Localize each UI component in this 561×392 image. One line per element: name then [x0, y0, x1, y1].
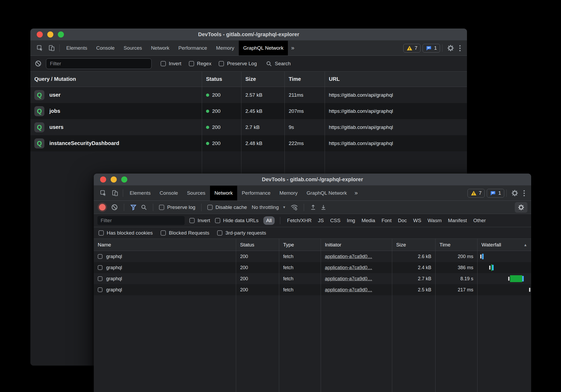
inspect-element-icon[interactable] [97, 186, 109, 200]
request-row[interactable]: Qusers 200 2.7 kB 9s https://gitlab.com/… [30, 119, 467, 135]
export-har-icon[interactable] [320, 204, 327, 211]
tab-graphql-network[interactable]: GraphQL Network [302, 186, 351, 200]
chip-wasm[interactable]: Wasm [428, 218, 442, 223]
tab-network[interactable]: Network [210, 186, 237, 200]
kebab-menu-icon[interactable] [457, 45, 463, 51]
column-header-size[interactable]: Size [392, 239, 436, 251]
column-header-waterfall[interactable]: Waterfall ▲ [478, 239, 531, 251]
kebab-menu-icon[interactable] [521, 190, 527, 196]
has-blocked-cookies-checkbox[interactable]: Has blocked cookies [99, 230, 153, 236]
request-row[interactable]: Qjobs 200 2.45 kB 207ms https://gitlab.c… [30, 103, 467, 119]
warnings-badge[interactable]: 7 [403, 44, 421, 53]
chip-doc[interactable]: Doc [398, 218, 407, 223]
column-header-time[interactable]: Time [436, 239, 478, 251]
checkbox[interactable] [161, 230, 166, 236]
tab-performance[interactable]: Performance [174, 41, 212, 55]
settings-gear-icon[interactable] [445, 44, 457, 52]
tab-network[interactable]: Network [147, 41, 174, 55]
chip-fetch-xhr[interactable]: Fetch/XHR [287, 218, 312, 223]
minimize-button[interactable] [47, 31, 53, 38]
column-header-url[interactable]: URL [325, 72, 467, 87]
minimize-button[interactable] [111, 176, 117, 183]
chip-img[interactable]: Img [347, 218, 355, 223]
tab-memory[interactable]: Memory [212, 41, 239, 55]
chip-css[interactable]: CSS [330, 218, 340, 223]
row-checkbox[interactable] [98, 265, 102, 270]
close-button[interactable] [37, 31, 43, 38]
warnings-badge[interactable]: 7 [467, 189, 485, 198]
tab-console[interactable]: Console [92, 41, 119, 55]
tab-sources[interactable]: Sources [183, 186, 210, 200]
chip-font[interactable]: Font [381, 218, 391, 223]
checkbox[interactable] [99, 230, 104, 236]
filter-funnel-icon[interactable] [130, 204, 137, 211]
tab-memory[interactable]: Memory [275, 186, 302, 200]
tab-elements[interactable]: Elements [125, 186, 155, 200]
checkbox[interactable] [189, 61, 194, 66]
network-settings-button[interactable] [515, 202, 527, 213]
checkbox[interactable] [219, 61, 224, 66]
invert-checkbox[interactable]: Invert [189, 218, 210, 223]
title-bar[interactable]: DevTools - gitlab.com/-/graphql-explorer [94, 174, 531, 186]
initiator-link[interactable]: application-a7ca9d0… [325, 276, 372, 282]
initiator-link[interactable]: application-a7ca9d0… [325, 265, 372, 270]
record-button[interactable] [99, 204, 106, 211]
settings-gear-icon[interactable] [509, 189, 521, 197]
request-row[interactable]: graphql 200 fetch application-a7ca9d0… 2… [94, 273, 531, 284]
throttling-dropdown[interactable]: No throttling ▼ [251, 204, 287, 210]
column-header-type[interactable]: Type [279, 239, 321, 251]
filter-input[interactable] [97, 216, 185, 225]
chip-ws[interactable]: WS [413, 218, 421, 223]
request-row[interactable]: graphql 200 fetch application-a7ca9d0… 2… [94, 284, 531, 295]
chip-js[interactable]: JS [318, 218, 324, 223]
column-header-query-mutation[interactable]: Query / Mutation [30, 72, 202, 87]
tab-sources[interactable]: Sources [119, 41, 147, 55]
column-header-status[interactable]: Status [236, 239, 279, 251]
checkbox[interactable] [217, 230, 222, 236]
search-button[interactable]: Search [266, 60, 291, 67]
more-tabs-icon[interactable]: » [288, 41, 297, 55]
blocked-requests-checkbox[interactable]: Blocked Requests [161, 230, 209, 236]
title-bar[interactable]: DevTools - gitlab.com/-/graphql-explorer [30, 29, 467, 41]
request-row[interactable]: graphql 200 fetch application-a7ca9d0… 2… [94, 251, 531, 262]
request-row[interactable]: Quser 200 2.57 kB 211ms https://gitlab.c… [30, 87, 467, 103]
device-toolbar-icon[interactable] [109, 186, 121, 200]
column-header-size[interactable]: Size [241, 72, 285, 87]
disable-cache-checkbox[interactable]: Disable cache [207, 204, 247, 210]
preserve-log-checkbox[interactable]: Preserve Log [219, 61, 257, 67]
zoom-button[interactable] [121, 176, 127, 183]
zoom-button[interactable] [58, 31, 64, 38]
column-header-name[interactable]: Name [94, 239, 236, 251]
checkbox[interactable] [161, 61, 166, 66]
import-har-icon[interactable] [310, 204, 316, 211]
chip-all[interactable]: All [263, 216, 275, 225]
column-header-time[interactable]: Time [285, 72, 325, 87]
issues-badge[interactable]: 1 [423, 44, 440, 53]
request-row[interactable]: QinstanceSecurityDashboard 200 2.48 kB 2… [30, 135, 467, 151]
device-toolbar-icon[interactable] [46, 41, 57, 55]
tab-elements[interactable]: Elements [62, 41, 92, 55]
regex-checkbox[interactable]: Regex [189, 61, 212, 67]
hide-data-urls-checkbox[interactable]: Hide data URLs [215, 218, 259, 223]
column-header-status[interactable]: Status [202, 72, 241, 87]
row-checkbox[interactable] [98, 287, 102, 292]
clear-icon[interactable] [35, 60, 42, 67]
request-row[interactable]: graphql 200 fetch application-a7ca9d0… 2… [94, 262, 531, 273]
clear-icon[interactable] [111, 204, 118, 211]
more-tabs-icon[interactable]: » [351, 186, 361, 200]
checkbox[interactable] [159, 205, 164, 210]
issues-badge[interactable]: 1 [487, 189, 504, 198]
row-checkbox[interactable] [98, 254, 102, 259]
column-header-initiator[interactable]: Initiator [321, 239, 392, 251]
initiator-link[interactable]: application-a7ca9d0… [325, 254, 372, 259]
checkbox[interactable] [207, 205, 213, 210]
search-icon[interactable] [141, 204, 147, 211]
tab-graphql-network[interactable]: GraphQL Network [239, 41, 288, 55]
inspect-element-icon[interactable] [34, 41, 46, 55]
third-party-requests-checkbox[interactable]: 3rd-party requests [217, 230, 266, 236]
chip-manifest[interactable]: Manifest [448, 218, 467, 223]
checkbox[interactable] [215, 218, 220, 223]
chip-other[interactable]: Other [473, 218, 486, 223]
preserve-log-checkbox[interactable]: Preserve log [159, 204, 195, 210]
row-checkbox[interactable] [98, 276, 102, 281]
